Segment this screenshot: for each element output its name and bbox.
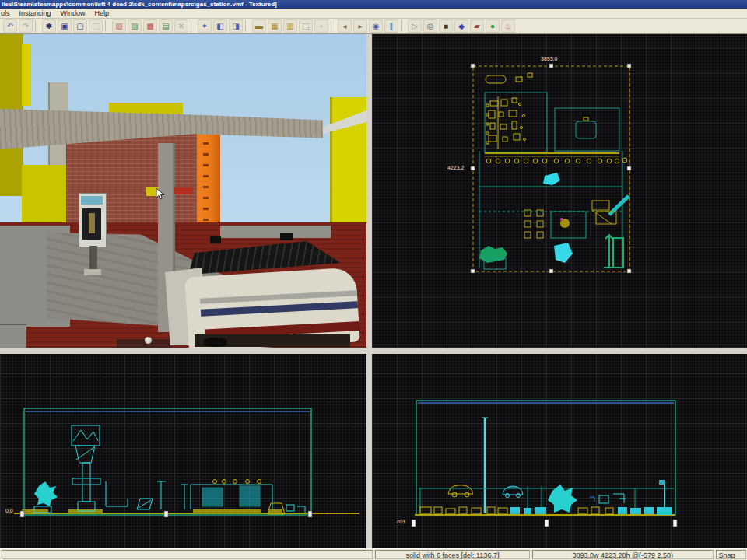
- menu-item-ols[interactable]: ols: [0, 9, 15, 18]
- payphone: [79, 193, 107, 278]
- wireframe-canopy: [485, 108, 627, 163]
- origin-label: 0.0: [5, 508, 14, 514]
- status-selection-info: solid with 6 faces [del: 1136.7]: [375, 550, 530, 559]
- toolbar-icon-camera[interactable]: ◉: [369, 19, 383, 33]
- toolbar-separator: [245, 20, 250, 32]
- toolbar-separator: [35, 20, 40, 32]
- toolbar-icon-next-camera[interactable]: ▸: [353, 19, 367, 33]
- toolbar-icon-run-map[interactable]: ▷: [408, 19, 422, 33]
- selection-outline: [24, 408, 311, 515]
- wireframe-cyan-car: [503, 486, 523, 498]
- status-hint: [2, 550, 373, 559]
- garbage-truck: [163, 235, 366, 348]
- truck-hinge-left: [210, 236, 221, 243]
- title-bar: iles\Steam\steamapps\common\left 4 dead …: [0, 0, 747, 9]
- toolbar-icon-compile-settings[interactable]: ◎: [423, 19, 437, 33]
- toolbar-icon-show-hidden[interactable]: ▩: [143, 19, 157, 33]
- front-view-drawing: [0, 354, 366, 548]
- toolbar-icon-vertex-tool[interactable]: ✦: [198, 19, 212, 33]
- toolbar-icon-hide-selected[interactable]: ▧: [112, 19, 126, 33]
- toolbar-icon-texture-application[interactable]: ■: [439, 19, 453, 33]
- payphone-body: [82, 208, 101, 240]
- store-interior-fixtures: [486, 73, 532, 149]
- selection-height-label: 4223.2: [447, 165, 465, 171]
- payphone-sign: [81, 196, 103, 205]
- toolbar-separator: [331, 20, 335, 32]
- window-title: iles\Steam\steamapps\common\left 4 dead …: [2, 1, 277, 8]
- toolbar-icon-hide-unselected[interactable]: ▨: [128, 19, 142, 33]
- wireframe-tree: [34, 481, 58, 513]
- toolbar-icon-foliage-tool[interactable]: ♨: [501, 19, 515, 33]
- menu-item-help[interactable]: Help: [90, 9, 114, 18]
- wireframe-props: [479, 173, 629, 269]
- toolbar-icon-flip-vertical[interactable]: ◨: [229, 19, 243, 33]
- truck-hinge-right: [280, 233, 293, 240]
- building-yellow-left-edge: [22, 44, 31, 106]
- building-yellow-lower: [22, 165, 67, 226]
- toolbar-separator: [191, 20, 195, 32]
- sign-red: [174, 187, 193, 194]
- toolbar-icon-cordon-bounds[interactable]: ⬚: [299, 19, 313, 33]
- toolbar-icon-pause-updates[interactable]: ∥: [384, 19, 398, 33]
- toolbar-icon-make-hollow[interactable]: ▦: [268, 19, 282, 33]
- origin-label: 203: [395, 519, 406, 525]
- wireframe-sign-tower: [72, 425, 100, 511]
- selection-outline: [473, 66, 630, 271]
- toolbar-icon-sound-browser[interactable]: ●: [486, 19, 500, 33]
- toolbar: ↶↷✱▣▢⬚▧▨▩▤✕✦◧◨▬▦▥⬚▫◂▸◉∥▷◎■◆▰●♨: [0, 19, 747, 34]
- toolbar-icon-quick-hide-cancel[interactable]: ✕: [174, 19, 188, 33]
- toolbar-icon-prev-camera[interactable]: ◂: [338, 19, 352, 33]
- toolbar-icon-undo[interactable]: ↶: [3, 19, 17, 33]
- toolbar-icon-overlay-tool[interactable]: ▰: [470, 19, 484, 33]
- truck-wheel: [204, 338, 227, 347]
- wireframe-yellow-car: [448, 485, 473, 497]
- toolbar-separator: [401, 20, 405, 32]
- toolbar-icon-tie-to-entity[interactable]: ▥: [283, 19, 297, 33]
- toolbar-icon-redo[interactable]: ↷: [19, 19, 33, 33]
- toolbar-icon-ungroup[interactable]: ▢: [73, 19, 87, 33]
- viewport-2d-front[interactable]: 0.0: [0, 354, 366, 548]
- status-selection-size: 3893.0w 4223.28h @(-579 2.50): [532, 550, 714, 559]
- status-bar: solid with 6 faces [del: 1136.7] 3893.0w…: [0, 548, 747, 560]
- wireframe-antenna: [482, 418, 488, 513]
- side-view-drawing: [372, 354, 747, 548]
- viewport-3d[interactable]: [0, 34, 366, 348]
- white-sphere: [145, 337, 152, 344]
- truck-stripe-navy: [200, 301, 359, 316]
- toolbar-icon-apply-current-texture[interactable]: ◆: [454, 19, 468, 33]
- selection-handles[interactable]: [471, 64, 631, 273]
- menu-item-window[interactable]: Window: [56, 9, 90, 18]
- toolbar-icon-flip-horizontal[interactable]: ◧: [213, 19, 227, 33]
- wireframe-building-row: [191, 480, 272, 510]
- toolbar-icon-select-mode[interactable]: ⬚: [89, 19, 103, 33]
- status-snap: Snap: [716, 550, 746, 559]
- menu-bar: olsInstancingWindowHelp: [0, 9, 747, 19]
- payphone-pedestal: [89, 246, 97, 271]
- debris-gray: [0, 324, 26, 348]
- ground-strip: [415, 507, 675, 515]
- wireframe-low-walls: [106, 481, 188, 509]
- top-view-drawing: [372, 34, 747, 348]
- viewport-2d-side[interactable]: 203: [372, 354, 747, 548]
- mouse-cursor: [156, 188, 167, 201]
- wireframe-right-bits: [590, 494, 626, 503]
- viewport-workspace: 3893.0 4223.2: [0, 34, 747, 548]
- payphone-handset: [89, 213, 95, 233]
- selection-outline: [416, 401, 675, 515]
- toolbar-icon-quick-hide[interactable]: ▤: [159, 19, 173, 33]
- menu-item-instancing[interactable]: Instancing: [15, 9, 56, 18]
- toolbar-icon-toggle-group-ignore[interactable]: ✱: [42, 19, 56, 33]
- payphone-base: [84, 269, 101, 275]
- selection-width-label: 3893.0: [540, 56, 558, 62]
- ground-line: [6, 509, 359, 513]
- selection-handles[interactable]: [412, 520, 677, 527]
- toolbar-icon-cordon-edit[interactable]: ▫: [314, 19, 328, 33]
- viewport-2d-top[interactable]: 3893.0 4223.2: [372, 34, 747, 348]
- toolbar-icon-group[interactable]: ▣: [58, 19, 72, 33]
- toolbar-icon-carve[interactable]: ▬: [252, 19, 266, 33]
- toolbar-separator: [105, 20, 110, 32]
